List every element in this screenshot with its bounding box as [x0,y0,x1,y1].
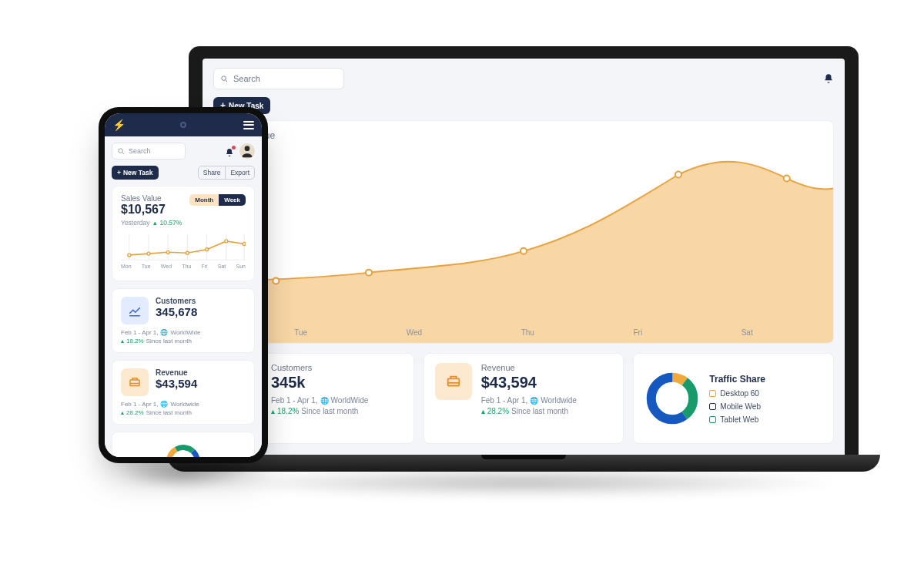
phone-body: Search + New Task Share [105,136,262,457]
laptop-frame: Search + New Task Sales Value [189,46,859,455]
customers-value: 345k [271,374,403,391]
globe-icon: 🌐 [530,397,538,405]
sales-label: Sales Value [121,194,166,203]
phone-bezel: ⚡ Search [105,113,262,457]
week-tab[interactable]: Week [219,194,246,206]
revenue-value: $43,594 [156,377,197,390]
svg-point-4 [521,248,527,254]
up-arrow-icon: ▴ [271,407,275,415]
svg-point-6 [784,176,790,182]
share-export-group: Share Export [198,166,255,180]
laptop-stats-row: Customers 345k Feb 1 - Apr 1,🌐WorldWide … [213,353,834,444]
up-arrow-icon: ▴ [481,407,485,415]
search-input[interactable]: Search [112,143,186,160]
legend-mobile: Mobile Web [709,402,765,411]
svg-point-28 [225,240,228,243]
mini-line-chart: MonTueWedThuFriSatSun [121,233,246,273]
up-arrow-icon: ▴ [121,409,124,416]
phone-header: Search [112,143,255,160]
traffic-donut-chart [644,371,700,426]
revenue-delta: ▴28.2%Since last month [481,407,613,415]
sales-yesterday: Yesterday ▴ 10.57% [121,219,246,227]
sales-value: $10,567 [121,203,166,217]
traffic-donut-chart [140,440,226,457]
laptop-shadow [204,467,843,498]
customers-label: Customers [156,297,197,305]
revenue-range: Feb 1 - Apr 1,🌐Worldwide [121,401,246,408]
revenue-label: Revenue [156,368,197,377]
svg-point-23 [128,254,131,257]
bell-icon[interactable] [225,146,234,156]
new-task-label: New Task [123,169,153,176]
revenue-card: Revenue $43,594 Feb 1 - Apr 1,🌐Worldwide… [424,353,624,444]
svg-point-27 [206,248,209,251]
cash-register-icon [435,363,472,400]
svg-point-0 [222,76,226,80]
search-icon [117,147,126,156]
customers-range: Feb 1 - Apr 1,🌐WorldWide [121,329,246,336]
customers-range: Feb 1 - Apr 1,🌐WorldWide [271,396,403,405]
mini-chart-axis: MonTueWedThuFriSatSun [121,264,246,269]
svg-point-14 [245,146,250,151]
period-toggle: Month Week [189,194,246,206]
svg-point-3 [366,270,372,276]
legend-tablet: Tablet Web [709,415,765,424]
plus-icon: + [117,169,121,176]
search-icon [220,75,229,83]
share-button[interactable]: Share [199,166,226,179]
up-arrow-icon: ▴ [153,219,157,227]
svg-point-26 [186,251,189,254]
export-button[interactable]: Export [225,166,254,179]
user-avatar[interactable] [239,143,255,159]
phone-customers-card: Customers 345,678 Feb 1 - Apr 1,🌐WorldWi… [112,288,255,353]
phone-revenue-card: Revenue $43,594 Feb 1 - Apr 1,🌐Worldwide… [112,360,255,425]
bolt-icon: ⚡ [112,119,126,131]
revenue-value: $43,594 [481,374,613,391]
legend-desktop: Desktop 60 [709,389,765,398]
customers-delta: ▴18.2%Since last month [121,338,246,344]
traffic-label: Traffic Share [709,374,765,385]
search-input[interactable]: Search [213,68,344,89]
customers-delta: ▴18.2%Since last month [271,407,403,415]
svg-point-24 [147,252,150,255]
globe-icon: 🌐 [160,401,168,408]
search-placeholder: Search [233,74,260,83]
laptop-topbar: Search [213,68,834,89]
svg-point-2 [273,278,279,284]
phone-actions: + New Task Share Export [112,166,255,180]
chart-icon [121,297,149,324]
revenue-label: Revenue [481,363,613,372]
svg-line-1 [226,79,227,81]
svg-point-29 [243,243,246,246]
svg-point-5 [675,172,681,178]
traffic-legend: Desktop 60 Mobile Web Tablet Web [709,389,765,424]
laptop-screen: Search + New Task Sales Value [203,59,845,455]
bell-icon[interactable] [823,73,834,84]
chart-x-axis: TueWedThuFriSat [214,328,833,337]
globe-icon: 🌐 [320,397,329,405]
traffic-share-card: Traffic Share Desktop 60 Mobile Web Tabl… [633,353,834,444]
laptop-mockup: Search + New Task Sales Value [189,46,859,498]
camera-dot [180,122,186,128]
globe-icon: 🌐 [160,329,168,336]
phone-sales-card: Sales Value $10,567 Month Week Yesterday… [112,186,255,281]
sales-value-chart-card: Sales Value TueWedThuFriSat [213,120,834,344]
svg-point-12 [119,148,123,153]
revenue-range: Feb 1 - Apr 1,🌐Worldwide [481,396,613,405]
search-placeholder: Search [129,147,151,155]
phone-topbar: ⚡ [105,113,262,136]
cash-register-icon [121,368,149,396]
revenue-delta: ▴28.2%Since last month [121,409,246,416]
sales-area-chart [214,121,833,343]
hamburger-icon[interactable] [243,121,254,129]
phone-mockup: ⚡ Search [99,107,268,463]
up-arrow-icon: ▴ [121,338,124,344]
svg-point-25 [166,250,169,254]
new-task-button[interactable]: + New Task [112,166,159,180]
svg-line-13 [122,152,124,153]
month-tab[interactable]: Month [189,194,219,206]
customers-value: 345,678 [156,305,197,318]
phone-traffic-card [112,432,255,457]
customers-label: Customers [271,363,403,372]
